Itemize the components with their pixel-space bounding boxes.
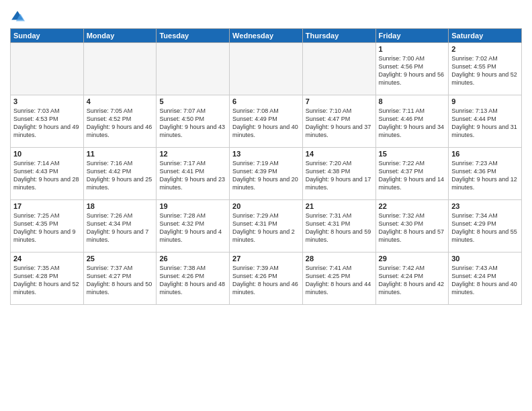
calendar-cell: 5Sunrise: 7:07 AM Sunset: 4:50 PM Daylig…	[157, 95, 230, 148]
calendar-cell: 10Sunrise: 7:14 AM Sunset: 4:43 PM Dayli…	[11, 148, 84, 200]
header-row: SundayMondayTuesdayWednesdayThursdayFrid…	[11, 29, 522, 43]
calendar-cell: 23Sunrise: 7:34 AM Sunset: 4:29 PM Dayli…	[449, 200, 522, 253]
cell-info: Sunrise: 7:38 AM Sunset: 4:26 PM Dayligh…	[159, 264, 226, 297]
cell-info: Sunrise: 7:07 AM Sunset: 4:50 PM Dayligh…	[159, 107, 226, 140]
col-header-tuesday: Tuesday	[157, 29, 230, 43]
logo	[10, 9, 28, 24]
day-number: 8	[379, 97, 446, 105]
calendar-cell: 2Sunrise: 7:02 AM Sunset: 4:55 PM Daylig…	[449, 43, 522, 95]
calendar-cell	[11, 43, 84, 95]
calendar-cell: 17Sunrise: 7:25 AM Sunset: 4:35 PM Dayli…	[11, 200, 84, 253]
col-header-friday: Friday	[375, 29, 449, 43]
cell-info: Sunrise: 7:16 AM Sunset: 4:42 PM Dayligh…	[87, 159, 154, 192]
cell-info: Sunrise: 7:32 AM Sunset: 4:30 PM Dayligh…	[379, 212, 446, 244]
day-number: 24	[13, 255, 81, 263]
day-number: 30	[451, 255, 519, 263]
page: SundayMondayTuesdayWednesdayThursdayFrid…	[0, 0, 532, 411]
calendar-cell: 18Sunrise: 7:26 AM Sunset: 4:34 PM Dayli…	[83, 200, 157, 253]
col-header-thursday: Thursday	[302, 29, 375, 43]
cell-info: Sunrise: 7:25 AM Sunset: 4:35 PM Dayligh…	[13, 212, 81, 244]
day-number: 12	[159, 150, 226, 158]
day-number: 16	[451, 150, 519, 158]
col-header-monday: Monday	[83, 29, 157, 43]
calendar-cell: 16Sunrise: 7:23 AM Sunset: 4:36 PM Dayli…	[449, 148, 522, 200]
day-number: 2	[451, 45, 519, 53]
day-number: 15	[379, 150, 446, 158]
calendar-cell: 11Sunrise: 7:16 AM Sunset: 4:42 PM Dayli…	[83, 148, 157, 200]
calendar-cell: 6Sunrise: 7:08 AM Sunset: 4:49 PM Daylig…	[230, 95, 303, 148]
day-number: 25	[87, 255, 154, 263]
cell-info: Sunrise: 7:00 AM Sunset: 4:56 PM Dayligh…	[379, 54, 446, 87]
week-row-5: 24Sunrise: 7:35 AM Sunset: 4:28 PM Dayli…	[11, 253, 522, 305]
day-number: 29	[379, 255, 446, 263]
cell-info: Sunrise: 7:26 AM Sunset: 4:34 PM Dayligh…	[87, 212, 154, 244]
calendar-cell: 27Sunrise: 7:39 AM Sunset: 4:26 PM Dayli…	[230, 253, 303, 305]
day-number: 28	[306, 255, 373, 263]
cell-info: Sunrise: 7:35 AM Sunset: 4:28 PM Dayligh…	[13, 264, 81, 297]
week-row-2: 3Sunrise: 7:03 AM Sunset: 4:53 PM Daylig…	[11, 95, 522, 148]
calendar-cell: 25Sunrise: 7:37 AM Sunset: 4:27 PM Dayli…	[83, 253, 157, 305]
cell-info: Sunrise: 7:10 AM Sunset: 4:47 PM Dayligh…	[306, 107, 373, 140]
week-row-4: 17Sunrise: 7:25 AM Sunset: 4:35 PM Dayli…	[11, 200, 522, 253]
cell-info: Sunrise: 7:34 AM Sunset: 4:29 PM Dayligh…	[451, 212, 519, 244]
day-number: 6	[232, 97, 300, 105]
cell-info: Sunrise: 7:14 AM Sunset: 4:43 PM Dayligh…	[13, 159, 81, 192]
day-number: 19	[159, 202, 226, 210]
day-number: 22	[379, 202, 446, 210]
calendar-cell: 3Sunrise: 7:03 AM Sunset: 4:53 PM Daylig…	[11, 95, 84, 148]
day-number: 13	[232, 150, 300, 158]
calendar-cell: 30Sunrise: 7:43 AM Sunset: 4:24 PM Dayli…	[449, 253, 522, 305]
cell-info: Sunrise: 7:42 AM Sunset: 4:24 PM Dayligh…	[379, 264, 446, 297]
calendar-cell: 29Sunrise: 7:42 AM Sunset: 4:24 PM Dayli…	[375, 253, 449, 305]
day-number: 7	[306, 97, 373, 105]
calendar-cell	[83, 43, 157, 95]
week-row-3: 10Sunrise: 7:14 AM Sunset: 4:43 PM Dayli…	[11, 148, 522, 200]
calendar-cell: 1Sunrise: 7:00 AM Sunset: 4:56 PM Daylig…	[375, 43, 449, 95]
calendar-cell: 9Sunrise: 7:13 AM Sunset: 4:44 PM Daylig…	[449, 95, 522, 148]
day-number: 26	[159, 255, 226, 263]
cell-info: Sunrise: 7:13 AM Sunset: 4:44 PM Dayligh…	[451, 107, 519, 140]
col-header-sunday: Sunday	[11, 29, 84, 43]
cell-info: Sunrise: 7:43 AM Sunset: 4:24 PM Dayligh…	[451, 264, 519, 297]
calendar-cell: 15Sunrise: 7:22 AM Sunset: 4:37 PM Dayli…	[375, 148, 449, 200]
calendar-cell: 24Sunrise: 7:35 AM Sunset: 4:28 PM Dayli…	[11, 253, 84, 305]
day-number: 9	[451, 97, 519, 105]
day-number: 4	[87, 97, 154, 105]
day-number: 27	[232, 255, 300, 263]
calendar-cell: 22Sunrise: 7:32 AM Sunset: 4:30 PM Dayli…	[375, 200, 449, 253]
cell-info: Sunrise: 7:11 AM Sunset: 4:46 PM Dayligh…	[379, 107, 446, 140]
calendar-cell	[302, 43, 375, 95]
calendar-table: SundayMondayTuesdayWednesdayThursdayFrid…	[10, 28, 522, 305]
calendar-cell: 13Sunrise: 7:19 AM Sunset: 4:39 PM Dayli…	[230, 148, 303, 200]
cell-info: Sunrise: 7:02 AM Sunset: 4:55 PM Dayligh…	[451, 54, 519, 87]
day-number: 23	[451, 202, 519, 210]
calendar-cell: 21Sunrise: 7:31 AM Sunset: 4:31 PM Dayli…	[302, 200, 375, 253]
cell-info: Sunrise: 7:17 AM Sunset: 4:41 PM Dayligh…	[159, 159, 226, 192]
calendar-cell: 20Sunrise: 7:29 AM Sunset: 4:31 PM Dayli…	[230, 200, 303, 253]
cell-info: Sunrise: 7:05 AM Sunset: 4:52 PM Dayligh…	[87, 107, 154, 140]
cell-info: Sunrise: 7:29 AM Sunset: 4:31 PM Dayligh…	[232, 212, 300, 244]
cell-info: Sunrise: 7:37 AM Sunset: 4:27 PM Dayligh…	[87, 264, 154, 297]
cell-info: Sunrise: 7:31 AM Sunset: 4:31 PM Dayligh…	[306, 212, 373, 244]
header	[10, 7, 522, 24]
week-row-1: 1Sunrise: 7:00 AM Sunset: 4:56 PM Daylig…	[11, 43, 522, 95]
day-number: 21	[306, 202, 373, 210]
day-number: 3	[13, 97, 81, 105]
day-number: 1	[379, 45, 446, 53]
day-number: 10	[13, 150, 81, 158]
calendar-cell: 28Sunrise: 7:41 AM Sunset: 4:25 PM Dayli…	[302, 253, 375, 305]
calendar-cell: 19Sunrise: 7:28 AM Sunset: 4:32 PM Dayli…	[157, 200, 230, 253]
col-header-wednesday: Wednesday	[230, 29, 303, 43]
cell-info: Sunrise: 7:03 AM Sunset: 4:53 PM Dayligh…	[13, 107, 81, 140]
cell-info: Sunrise: 7:28 AM Sunset: 4:32 PM Dayligh…	[159, 212, 226, 244]
day-number: 5	[159, 97, 226, 105]
day-number: 17	[13, 202, 81, 210]
cell-info: Sunrise: 7:41 AM Sunset: 4:25 PM Dayligh…	[306, 264, 373, 297]
day-number: 20	[232, 202, 300, 210]
cell-info: Sunrise: 7:20 AM Sunset: 4:38 PM Dayligh…	[306, 159, 373, 192]
day-number: 14	[306, 150, 373, 158]
col-header-saturday: Saturday	[449, 29, 522, 43]
day-number: 18	[87, 202, 154, 210]
calendar-cell: 4Sunrise: 7:05 AM Sunset: 4:52 PM Daylig…	[83, 95, 157, 148]
day-number: 11	[87, 150, 154, 158]
